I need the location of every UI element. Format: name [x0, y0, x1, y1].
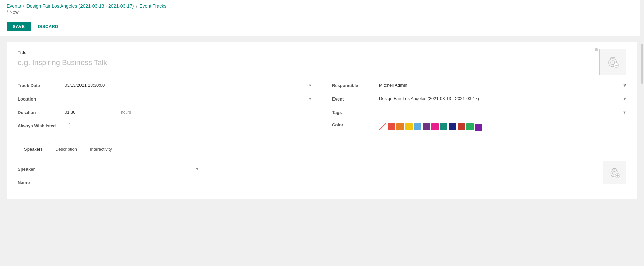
breadcrumb-sep3: / [7, 9, 8, 15]
location-label: Location [18, 96, 65, 102]
title-label: Title [18, 50, 593, 55]
event-label: Event [332, 96, 379, 102]
color-swatch-orange[interactable] [396, 123, 404, 130]
tab-interactivity[interactable]: Interactivity [84, 143, 118, 155]
responsible-row: Responsible ▼ ↗ [332, 79, 626, 92]
color-swatch-purple-dark[interactable] [423, 123, 430, 130]
breadcrumb-event[interactable]: Design Fair Los Angeles (2021-03-13 - 20… [26, 3, 134, 9]
photo-status-dot [595, 48, 598, 51]
color-label: Color [332, 122, 379, 127]
color-swatch-yellow[interactable] [405, 123, 413, 130]
speaker-input[interactable] [65, 165, 199, 173]
track-date-label: Track Date [18, 83, 65, 88]
color-swatch-pink[interactable] [431, 123, 439, 130]
color-swatch-navy[interactable] [449, 123, 456, 130]
tabs-nav: SpeakersDescriptionInteractivity [18, 143, 626, 155]
name-label: Name [18, 180, 65, 185]
color-swatch-no-color[interactable] [379, 123, 386, 130]
tab-description[interactable]: Description [49, 143, 84, 155]
scrollbar-thumb[interactable] [641, 44, 643, 84]
event-input[interactable] [379, 95, 621, 103]
wishlisted-label: Always Wishlisted [18, 123, 65, 128]
scrollbar-track[interactable] [640, 0, 644, 265]
discard-button[interactable]: DISCARD [34, 22, 61, 31]
hours-label: hours [121, 110, 131, 115]
speaker-photo-upload[interactable] [603, 161, 626, 184]
tags-row: Tags ▼ [332, 106, 626, 119]
responsible-label: Responsible [332, 83, 379, 88]
breadcrumb-new: New [9, 9, 19, 15]
color-swatch-teal[interactable] [440, 123, 447, 130]
event-external-link[interactable]: ↗ [623, 96, 626, 101]
responsible-external-link[interactable]: ↗ [623, 83, 626, 88]
color-swatch-red[interactable] [388, 123, 395, 130]
color-swatch-violet[interactable] [475, 124, 482, 131]
track-date-value: ▼ [65, 81, 312, 89]
duration-value: hours [65, 108, 312, 116]
color-swatch-light-blue[interactable] [414, 123, 421, 130]
tags-label: Tags [332, 110, 379, 115]
location-input[interactable] [65, 95, 312, 103]
speaker-label: Speaker [18, 167, 65, 172]
breadcrumb-events[interactable]: Events [7, 3, 21, 9]
event-value: ▼ ↗ [379, 95, 626, 103]
wishlisted-checkbox[interactable] [65, 123, 70, 128]
title-input[interactable] [18, 57, 259, 69]
duration-label: Duration [18, 110, 65, 115]
title-section: Title [18, 50, 626, 69]
name-row: Name [18, 176, 626, 189]
location-row: Location ▼ [18, 92, 312, 106]
track-date-row: Track Date ▼ [18, 79, 312, 92]
tab-content: Speaker ▼ [18, 155, 626, 189]
duration-input[interactable] [65, 108, 118, 116]
event-row: Event ▼ ↗ [332, 92, 626, 106]
tags-value: ▼ [379, 108, 626, 116]
save-button[interactable]: SAVE [7, 22, 31, 31]
duration-row: Duration hours [18, 106, 312, 119]
breadcrumb-sep1: / [23, 3, 24, 9]
photo-upload[interactable] [599, 49, 626, 75]
color-swatches [379, 122, 626, 131]
speaker-value: ▼ [65, 165, 199, 173]
breadcrumb-sep2: / [136, 3, 137, 9]
breadcrumb-tracks[interactable]: Event Tracks [139, 3, 166, 9]
color-field [379, 122, 482, 131]
wishlisted-value [65, 123, 312, 128]
color-swatch-green[interactable] [466, 123, 474, 130]
track-date-input[interactable] [65, 81, 312, 89]
form-card: Title Track Date ▼ Location [7, 42, 637, 199]
location-value: ▼ [65, 95, 312, 103]
tabs-section: SpeakersDescriptionInteractivity Speaker… [18, 143, 626, 189]
right-fields: Responsible ▼ ↗ Event ▼ ↗ [332, 79, 626, 134]
wishlisted-row: Always Wishlisted [18, 119, 312, 132]
tags-input[interactable] [379, 108, 626, 116]
responsible-input[interactable] [379, 81, 621, 89]
main-content: Title Track Date ▼ Location [0, 36, 644, 265]
action-bar: SAVE DISCARD [0, 18, 644, 36]
color-row: Color [332, 119, 626, 134]
responsible-value: ▼ ↗ [379, 81, 626, 89]
color-swatch-crimson[interactable] [458, 123, 465, 130]
name-input[interactable] [65, 178, 199, 186]
fields-grid: Track Date ▼ Location ▼ Durati [18, 79, 626, 134]
tab-speakers[interactable]: Speakers [18, 143, 49, 155]
left-fields: Track Date ▼ Location ▼ Durati [18, 79, 312, 134]
breadcrumb: Events / Design Fair Los Angeles (2021-0… [7, 3, 637, 9]
speaker-row: Speaker ▼ [18, 162, 626, 176]
name-value [65, 178, 199, 186]
